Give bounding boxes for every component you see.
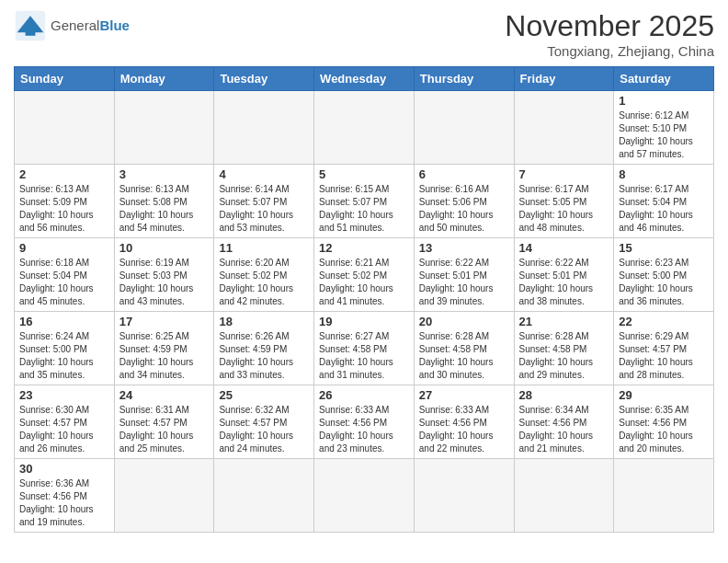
day-info: Sunrise: 6:26 AM Sunset: 4:59 PM Dayligh… (219, 330, 309, 382)
day-info: Sunrise: 6:19 AM Sunset: 5:03 PM Dayligh… (119, 257, 210, 308)
logo-icon (14, 9, 47, 42)
calendar-cell: 9Sunrise: 6:18 AM Sunset: 5:04 PM Daylig… (15, 238, 115, 312)
weekday-header-saturday: Saturday (614, 67, 714, 91)
calendar-cell: 28Sunrise: 6:34 AM Sunset: 4:56 PM Dayli… (514, 385, 614, 459)
day-info: Sunrise: 6:28 AM Sunset: 4:58 PM Dayligh… (519, 330, 609, 382)
calendar-week-5: 30Sunrise: 6:36 AM Sunset: 4:56 PM Dayli… (15, 459, 714, 533)
day-number: 21 (519, 315, 609, 328)
calendar-week-1: 2Sunrise: 6:13 AM Sunset: 5:09 PM Daylig… (15, 165, 714, 238)
day-info: Sunrise: 6:22 AM Sunset: 5:01 PM Dayligh… (419, 257, 509, 308)
day-number: 17 (119, 315, 210, 328)
header: GeneralBlue November 2025 Tongxiang, Zhe… (14, 9, 714, 59)
day-number: 27 (419, 388, 509, 402)
day-number: 15 (619, 241, 709, 255)
logo: GeneralBlue (14, 9, 130, 42)
calendar-week-4: 23Sunrise: 6:30 AM Sunset: 4:57 PM Dayli… (15, 385, 714, 459)
day-number: 2 (19, 167, 109, 181)
day-info: Sunrise: 6:29 AM Sunset: 4:57 PM Dayligh… (619, 330, 709, 382)
day-number: 28 (519, 388, 609, 402)
calendar-cell (414, 459, 514, 533)
day-number: 3 (119, 167, 210, 181)
calendar-cell: 25Sunrise: 6:32 AM Sunset: 4:57 PM Dayli… (214, 385, 314, 459)
day-info: Sunrise: 6:33 AM Sunset: 4:56 PM Dayligh… (319, 404, 409, 455)
svg-rect-2 (26, 28, 36, 36)
day-number: 25 (219, 388, 309, 402)
weekday-header-thursday: Thursday (414, 67, 514, 91)
calendar-cell (314, 459, 415, 533)
day-info: Sunrise: 6:27 AM Sunset: 4:58 PM Dayligh… (319, 330, 409, 382)
calendar-cell: 24Sunrise: 6:31 AM Sunset: 4:57 PM Dayli… (114, 385, 214, 459)
calendar-cell: 15Sunrise: 6:23 AM Sunset: 5:00 PM Dayli… (614, 238, 714, 312)
day-info: Sunrise: 6:36 AM Sunset: 4:56 PM Dayligh… (19, 477, 109, 529)
calendar-cell (314, 91, 415, 165)
day-number: 29 (619, 388, 709, 402)
day-number: 10 (119, 241, 210, 255)
calendar: SundayMondayTuesdayWednesdayThursdayFrid… (14, 66, 714, 533)
calendar-cell: 10Sunrise: 6:19 AM Sunset: 5:03 PM Dayli… (114, 238, 214, 312)
weekday-header-row: SundayMondayTuesdayWednesdayThursdayFrid… (15, 67, 714, 91)
calendar-cell: 5Sunrise: 6:15 AM Sunset: 5:07 PM Daylig… (314, 165, 415, 238)
calendar-cell: 30Sunrise: 6:36 AM Sunset: 4:56 PM Dayli… (15, 459, 115, 533)
calendar-cell: 7Sunrise: 6:17 AM Sunset: 5:05 PM Daylig… (514, 165, 614, 238)
calendar-cell: 19Sunrise: 6:27 AM Sunset: 4:58 PM Dayli… (314, 312, 415, 385)
day-info: Sunrise: 6:21 AM Sunset: 5:02 PM Dayligh… (319, 257, 409, 308)
day-number: 4 (219, 167, 309, 181)
title-block: November 2025 Tongxiang, Zhejiang, China (505, 9, 714, 59)
calendar-cell: 21Sunrise: 6:28 AM Sunset: 4:58 PM Dayli… (514, 312, 614, 385)
day-number: 19 (319, 315, 409, 328)
day-number: 16 (19, 315, 109, 328)
calendar-cell (214, 459, 314, 533)
day-info: Sunrise: 6:13 AM Sunset: 5:08 PM Dayligh… (119, 183, 210, 235)
day-number: 20 (419, 315, 509, 328)
day-info: Sunrise: 6:17 AM Sunset: 5:04 PM Dayligh… (619, 183, 709, 235)
day-info: Sunrise: 6:18 AM Sunset: 5:04 PM Dayligh… (19, 257, 109, 308)
day-info: Sunrise: 6:13 AM Sunset: 5:09 PM Dayligh… (19, 183, 109, 235)
calendar-cell: 17Sunrise: 6:25 AM Sunset: 4:59 PM Dayli… (114, 312, 214, 385)
calendar-cell: 27Sunrise: 6:33 AM Sunset: 4:56 PM Dayli… (414, 385, 514, 459)
calendar-cell (614, 459, 714, 533)
calendar-cell: 14Sunrise: 6:22 AM Sunset: 5:01 PM Dayli… (514, 238, 614, 312)
day-info: Sunrise: 6:30 AM Sunset: 4:57 PM Dayligh… (19, 404, 109, 455)
subtitle: Tongxiang, Zhejiang, China (505, 43, 714, 59)
day-number: 18 (219, 315, 309, 328)
weekday-header-wednesday: Wednesday (314, 67, 415, 91)
calendar-cell: 1Sunrise: 6:12 AM Sunset: 5:10 PM Daylig… (614, 91, 714, 165)
calendar-cell (114, 91, 214, 165)
calendar-cell: 6Sunrise: 6:16 AM Sunset: 5:06 PM Daylig… (414, 165, 514, 238)
day-number: 11 (219, 241, 309, 255)
calendar-cell: 16Sunrise: 6:24 AM Sunset: 5:00 PM Dayli… (15, 312, 115, 385)
day-info: Sunrise: 6:32 AM Sunset: 4:57 PM Dayligh… (219, 404, 309, 455)
day-number: 6 (419, 167, 509, 181)
calendar-cell: 8Sunrise: 6:17 AM Sunset: 5:04 PM Daylig… (614, 165, 714, 238)
calendar-cell: 18Sunrise: 6:26 AM Sunset: 4:59 PM Dayli… (214, 312, 314, 385)
day-info: Sunrise: 6:12 AM Sunset: 5:10 PM Dayligh… (619, 109, 709, 161)
calendar-cell: 4Sunrise: 6:14 AM Sunset: 5:07 PM Daylig… (214, 165, 314, 238)
calendar-cell (514, 91, 614, 165)
day-number: 26 (319, 388, 409, 402)
month-title: November 2025 (505, 9, 714, 43)
weekday-header-monday: Monday (114, 67, 214, 91)
day-info: Sunrise: 6:34 AM Sunset: 4:56 PM Dayligh… (519, 404, 609, 455)
day-number: 5 (319, 167, 409, 181)
day-number: 12 (319, 241, 409, 255)
day-number: 24 (119, 388, 210, 402)
page: GeneralBlue November 2025 Tongxiang, Zhe… (0, 0, 728, 542)
day-number: 23 (19, 388, 109, 402)
day-info: Sunrise: 6:33 AM Sunset: 4:56 PM Dayligh… (419, 404, 509, 455)
day-number: 30 (19, 462, 109, 476)
logo-blue: Blue (99, 17, 130, 33)
calendar-cell: 3Sunrise: 6:13 AM Sunset: 5:08 PM Daylig… (114, 165, 214, 238)
weekday-header-tuesday: Tuesday (214, 67, 314, 91)
day-number: 9 (19, 241, 109, 255)
calendar-cell (15, 91, 115, 165)
day-number: 14 (519, 241, 609, 255)
day-info: Sunrise: 6:17 AM Sunset: 5:05 PM Dayligh… (519, 183, 609, 235)
day-number: 1 (619, 94, 709, 108)
day-number: 8 (619, 167, 709, 181)
calendar-cell: 22Sunrise: 6:29 AM Sunset: 4:57 PM Dayli… (614, 312, 714, 385)
day-info: Sunrise: 6:16 AM Sunset: 5:06 PM Dayligh… (419, 183, 509, 235)
calendar-cell (514, 459, 614, 533)
calendar-cell: 12Sunrise: 6:21 AM Sunset: 5:02 PM Dayli… (314, 238, 415, 312)
day-number: 7 (519, 167, 609, 181)
weekday-header-friday: Friday (514, 67, 614, 91)
